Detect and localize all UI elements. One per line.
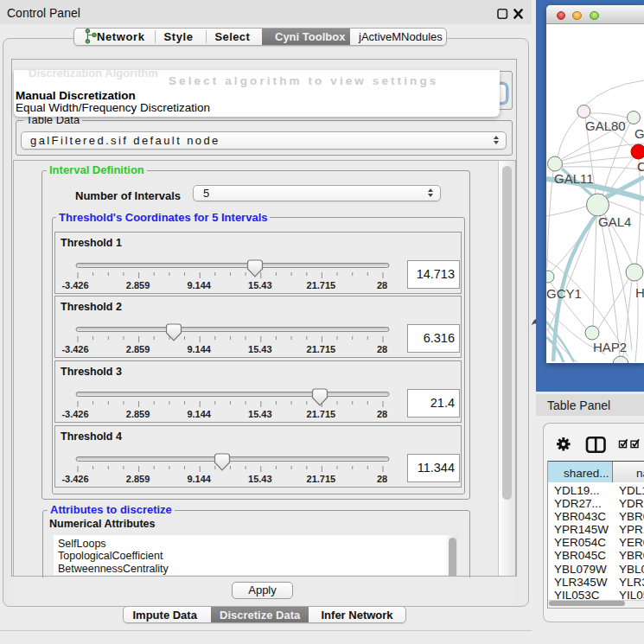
- svg-text:GAL11: GAL11: [554, 171, 594, 186]
- svg-text:GCY1: GCY1: [546, 286, 582, 301]
- svg-text:GAL80: GAL80: [585, 118, 626, 133]
- svg-text:GAL4: GAL4: [598, 214, 631, 229]
- svg-text:HAP2: HAP2: [593, 340, 627, 354]
- svg-text:C: C: [637, 159, 644, 174]
- svg-text:H: H: [635, 285, 644, 300]
- svg-text:GA: GA: [634, 126, 644, 141]
